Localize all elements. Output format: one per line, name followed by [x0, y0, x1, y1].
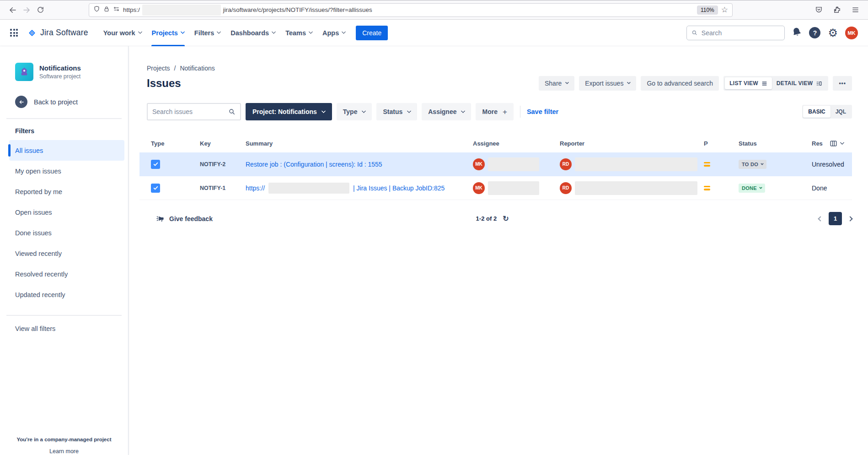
status-dropdown[interactable]: DONE — [739, 184, 765, 193]
project-avatar — [15, 63, 33, 81]
megaphone-icon — [156, 214, 165, 223]
issue-summary-link[interactable]: | Jira Issues | Backup JobID:825 — [353, 184, 445, 192]
basic-mode-button[interactable]: BASIC — [803, 106, 830, 118]
issue-type-checkbox[interactable] — [151, 184, 160, 193]
assignee-avatar[interactable]: MK — [473, 158, 485, 170]
col-assignee[interactable]: Assignee — [470, 140, 557, 147]
filters-heading: Filters — [0, 127, 128, 135]
sidebar-item-open-issues[interactable]: Open issues — [9, 202, 124, 222]
sidebar-item-updated-recently[interactable]: Updated recently — [9, 284, 124, 305]
type-filter-chip[interactable]: Type — [337, 103, 372, 120]
issue-summary-link[interactable]: Restore job : (Configuration | screens):… — [246, 161, 382, 168]
view-all-filters-link[interactable]: View all filters — [0, 325, 128, 332]
previous-page-icon[interactable] — [818, 216, 823, 221]
share-button[interactable]: Share — [539, 76, 574, 91]
search-issues-input[interactable] — [152, 108, 225, 115]
nav-filters[interactable]: Filters — [189, 20, 226, 46]
back-icon[interactable] — [6, 4, 19, 16]
nav-your-work[interactable]: Your work — [98, 20, 147, 46]
priority-medium-icon[interactable] — [704, 186, 710, 190]
col-reporter[interactable]: Reporter — [557, 140, 701, 147]
forward-icon[interactable] — [20, 4, 33, 16]
zoom-level-badge[interactable]: 110% — [697, 5, 718, 15]
column-config-button[interactable] — [829, 140, 844, 147]
issue-summary-link[interactable]: https:// — [246, 184, 265, 192]
shield-icon[interactable] — [93, 5, 100, 14]
chevron-down-icon — [309, 30, 313, 34]
save-filter-link[interactable]: Save filter — [527, 108, 558, 115]
jql-mode-button[interactable]: JQL — [830, 106, 851, 118]
create-button[interactable]: Create — [356, 26, 388, 40]
permissions-icon[interactable] — [113, 5, 120, 14]
back-to-project[interactable]: Back to project — [0, 96, 128, 108]
global-search[interactable] — [686, 26, 785, 40]
help-icon[interactable] — [809, 27, 820, 38]
plus-icon: + — [503, 108, 507, 116]
settings-gear-icon[interactable] — [828, 27, 838, 38]
pocket-icon[interactable] — [812, 4, 825, 16]
assignee-name-redaction — [488, 181, 539, 195]
reporter-avatar[interactable]: RD — [560, 158, 572, 170]
breadcrumb-projects[interactable]: Projects — [147, 65, 170, 72]
more-filters-chip[interactable]: More+ — [476, 103, 513, 120]
app-switcher-icon[interactable] — [7, 26, 21, 39]
sidebar-item-my-open-issues[interactable]: My open issues — [9, 161, 124, 181]
col-type[interactable]: Type — [139, 140, 197, 147]
sidebar-item-reported-by-me[interactable]: Reported by me — [9, 181, 124, 202]
col-status[interactable]: Status — [736, 140, 809, 147]
managed-project-note: You're in a company-managed project — [0, 437, 128, 442]
nav-apps[interactable]: Apps — [317, 20, 350, 46]
sidebar-item-done-issues[interactable]: Done issues — [9, 222, 124, 243]
global-search-input[interactable] — [702, 29, 780, 37]
more-actions-button[interactable]: ••• — [833, 76, 852, 91]
export-issues-button[interactable]: Export issues — [579, 76, 636, 91]
assignee-filter-chip[interactable]: Assignee — [422, 103, 471, 120]
search-issues-field[interactable] — [147, 103, 241, 120]
project-name: Notifications — [39, 64, 81, 72]
col-priority[interactable]: P — [701, 140, 736, 147]
col-key[interactable]: Key — [197, 140, 243, 147]
chevron-down-icon — [321, 108, 326, 113]
sidebar-item-resolved-recently[interactable]: Resolved recently — [9, 264, 124, 284]
jira-top-nav: Jira Software Your work Projects Filters… — [0, 20, 868, 46]
nav-projects[interactable]: Projects — [147, 20, 189, 46]
resolution-value: Done — [812, 184, 827, 192]
jira-brand[interactable]: Jira Software — [27, 28, 88, 38]
reporter-avatar[interactable]: RD — [560, 182, 572, 194]
refresh-icon[interactable] — [503, 214, 509, 223]
issue-row-notify-2[interactable]: NOTIFY-2 Restore job : (Configuration | … — [139, 152, 852, 176]
bookmark-star-icon[interactable] — [721, 5, 728, 15]
issue-row-notify-1[interactable]: NOTIFY-1 https:// | Jira Issues | Backup… — [139, 176, 852, 200]
issue-type-checkbox[interactable] — [151, 160, 160, 169]
status-filter-chip[interactable]: Status — [376, 103, 417, 120]
learn-more-link[interactable]: Learn more — [0, 448, 128, 455]
status-dropdown[interactable]: TO DO — [739, 160, 766, 169]
lock-icon[interactable] — [103, 6, 110, 14]
menu-icon[interactable] — [849, 4, 862, 16]
extensions-icon[interactable] — [830, 4, 843, 16]
col-summary[interactable]: Summary — [243, 140, 470, 147]
page-1-button[interactable]: 1 — [829, 212, 842, 225]
nav-dashboards[interactable]: Dashboards — [225, 20, 280, 46]
chevron-down-icon — [272, 30, 276, 34]
issue-key[interactable]: NOTIFY-2 — [200, 161, 225, 168]
chevron-down-icon — [627, 81, 631, 84]
user-avatar[interactable]: MK — [845, 27, 858, 39]
advanced-search-button[interactable]: Go to advanced search — [641, 76, 719, 91]
columns-icon — [829, 140, 838, 147]
priority-medium-icon[interactable] — [704, 162, 710, 167]
reload-icon[interactable] — [34, 4, 47, 16]
issue-key[interactable]: NOTIFY-1 — [200, 185, 225, 191]
notifications-bell-icon[interactable] — [791, 26, 803, 39]
sidebar-item-viewed-recently[interactable]: Viewed recently — [9, 243, 124, 264]
breadcrumb-notifications[interactable]: Notifications — [180, 65, 214, 72]
assignee-avatar[interactable]: MK — [473, 182, 485, 194]
url-bar[interactable]: https:/ jira/software/c/projects/NOTIFY/… — [89, 3, 733, 17]
project-filter-chip[interactable]: Project: Notifications — [246, 103, 332, 120]
nav-teams[interactable]: Teams — [280, 20, 317, 46]
next-page-icon[interactable] — [847, 216, 852, 221]
sidebar-item-all-issues[interactable]: All issues — [9, 140, 124, 161]
list-view-button[interactable]: LIST VIEW — [725, 77, 772, 89]
give-feedback-button[interactable]: Give feedback — [156, 214, 213, 223]
detail-view-button[interactable]: DETAIL VIEW — [772, 77, 827, 89]
